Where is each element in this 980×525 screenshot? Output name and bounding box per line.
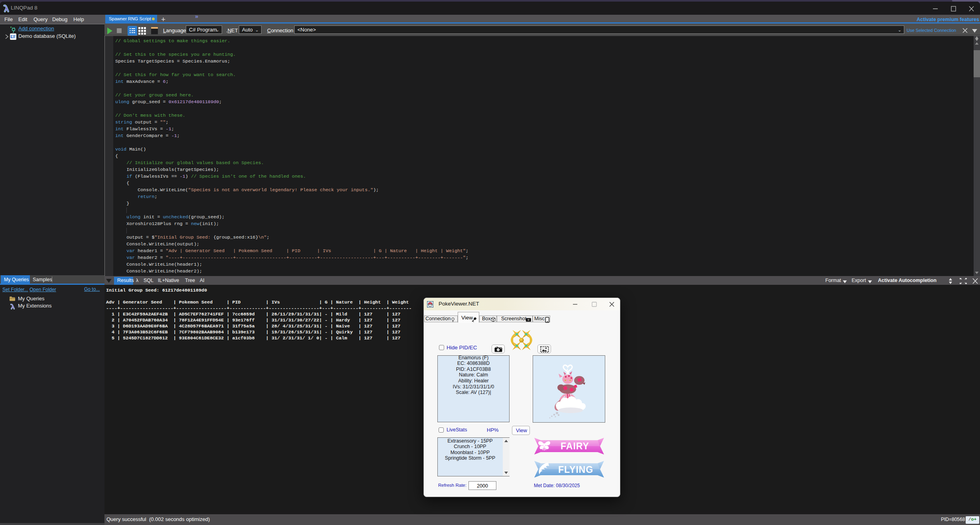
svg-text:FLYING: FLYING bbox=[558, 464, 593, 475]
svg-text:EF: EF bbox=[10, 34, 16, 39]
svg-text:FAIRY: FAIRY bbox=[561, 441, 589, 451]
